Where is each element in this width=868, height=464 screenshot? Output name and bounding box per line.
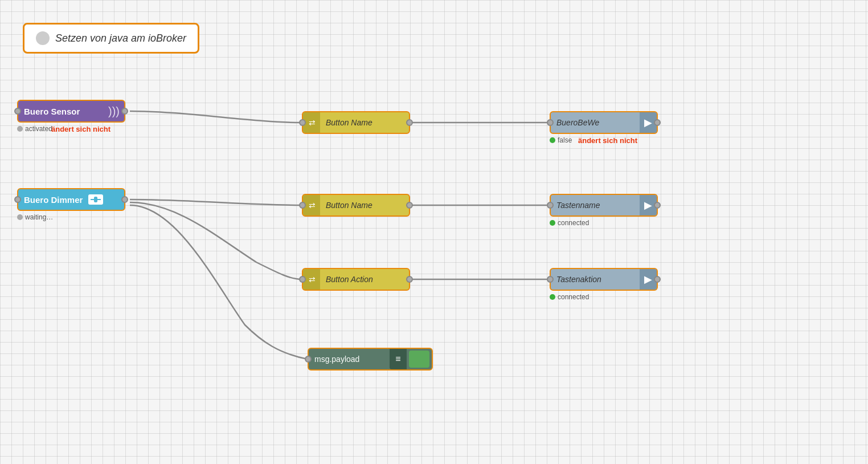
sensor-status: activated bbox=[17, 125, 52, 133]
button-action-node[interactable]: ⇄ Button Action bbox=[302, 268, 410, 291]
payload-port-left bbox=[305, 356, 312, 363]
payload-button[interactable] bbox=[409, 351, 429, 368]
tastenname-port-right bbox=[654, 202, 661, 209]
bewe-status-text: false bbox=[558, 136, 572, 144]
bewe-status: false bbox=[550, 136, 572, 144]
tastenaktion-status: connected bbox=[550, 293, 589, 301]
tastenaktion-status-dot bbox=[550, 294, 555, 300]
sensor-port-left bbox=[14, 108, 21, 115]
dimmer-port-right bbox=[121, 196, 128, 203]
tastenaktion-status-text: connected bbox=[558, 293, 589, 301]
dimmer-label: Buero Dimmer bbox=[18, 195, 88, 205]
sensor-node-wrapper: Buero Sensor ))) activated ändert sich n… bbox=[17, 100, 125, 123]
tastenname-node[interactable]: Tastenname ▶ bbox=[550, 194, 658, 217]
tastenaktion-port-left bbox=[547, 276, 554, 283]
payload-label: msg.payload bbox=[309, 355, 365, 364]
button-action-wrapper: ⇄ Button Action bbox=[302, 268, 410, 291]
tastenname-status-dot bbox=[550, 220, 555, 226]
sensor-error: ändert sich nicht bbox=[51, 125, 110, 133]
buero-bewe-wrapper: BueroBeWe ▶ false ändert sich nicht bbox=[550, 111, 658, 134]
sensor-node[interactable]: Buero Sensor ))) bbox=[17, 100, 125, 123]
tastenaktion-port-right bbox=[654, 276, 661, 283]
bewe-label: BueroBeWe bbox=[551, 118, 605, 127]
sensor-status-text: activated bbox=[25, 125, 52, 133]
title-node: Setzen von java am ioBroker bbox=[23, 23, 199, 54]
svg-rect-0 bbox=[39, 34, 47, 42]
sensor-port-right bbox=[121, 108, 128, 115]
button-name-2-node[interactable]: ⇄ Button Name bbox=[302, 194, 410, 217]
msg-payload-node[interactable]: msg.payload ≡ bbox=[308, 348, 433, 371]
wire-canvas bbox=[0, 0, 868, 464]
dimmer-status-dot bbox=[17, 214, 23, 220]
tastenname-port-left bbox=[547, 202, 554, 209]
tastenaktion-node[interactable]: Tastenaktion ▶ bbox=[550, 268, 658, 291]
payload-list-icon: ≡ bbox=[390, 349, 407, 369]
tastenname-wrapper: Tastenname ▶ connected bbox=[550, 194, 658, 217]
button-name-1-wrapper: ⇄ Button Name bbox=[302, 111, 410, 134]
bewe-status-dot bbox=[550, 137, 555, 143]
tastenname-label: Tastenname bbox=[551, 201, 606, 210]
tastenname-status: connected bbox=[550, 219, 589, 227]
btn-name2-port-right bbox=[406, 202, 413, 209]
buero-bewe-node[interactable]: BueroBeWe ▶ bbox=[550, 111, 658, 134]
tastenaktion-label: Tastenaktion bbox=[551, 275, 607, 284]
btn-name2-label: Button Name bbox=[320, 201, 378, 210]
btn-action-port-right bbox=[406, 276, 413, 283]
bewe-error: ändert sich nicht bbox=[578, 136, 637, 145]
dimmer-port-left bbox=[14, 196, 21, 203]
sensor-status-dot bbox=[17, 126, 23, 132]
wifi-icon: ))) bbox=[108, 105, 120, 118]
btn-name2-port-left bbox=[299, 202, 306, 209]
tastenname-status-text: connected bbox=[558, 219, 589, 227]
slider-icon bbox=[88, 194, 103, 205]
bewe-port-right bbox=[654, 119, 661, 126]
title-text: Setzen von java am ioBroker bbox=[55, 32, 186, 44]
sensor-label: Buero Sensor bbox=[18, 107, 85, 116]
dimmer-node[interactable]: Buero Dimmer bbox=[17, 188, 125, 211]
btn-action-port-left bbox=[299, 276, 306, 283]
button-name-1-node[interactable]: ⇄ Button Name bbox=[302, 111, 410, 134]
dimmer-node-wrapper: Buero Dimmer waiting… bbox=[17, 188, 125, 211]
dimmer-status: waiting… bbox=[17, 213, 53, 221]
btn-name1-label: Button Name bbox=[320, 118, 378, 127]
btn-action-label: Button Action bbox=[320, 275, 379, 284]
tastenaktion-wrapper: Tastenaktion ▶ connected bbox=[550, 268, 658, 291]
btn-name1-port-left bbox=[299, 119, 306, 126]
bewe-port-left bbox=[547, 119, 554, 126]
btn-name1-port-right bbox=[406, 119, 413, 126]
comment-icon bbox=[36, 31, 50, 45]
button-name-2-wrapper: ⇄ Button Name bbox=[302, 194, 410, 217]
dimmer-status-text: waiting… bbox=[25, 213, 53, 221]
